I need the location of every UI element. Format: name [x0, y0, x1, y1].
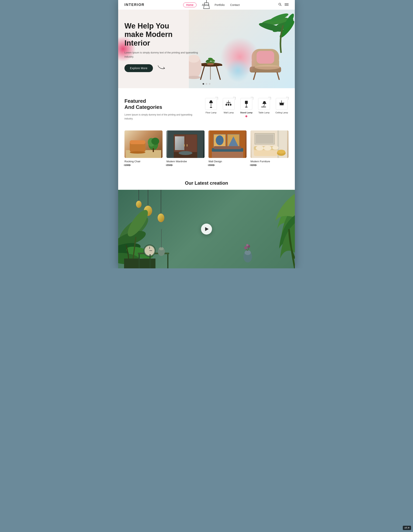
svg-point-78	[216, 135, 224, 145]
nav-contact-link[interactable]: Contact	[230, 3, 240, 7]
svg-line-42	[226, 102, 229, 104]
product-image-1	[124, 131, 163, 158]
svg-rect-94	[256, 134, 274, 143]
floor-lamp-icon-box	[205, 98, 217, 110]
dot-3[interactable]	[209, 83, 211, 85]
svg-rect-112	[150, 254, 151, 268]
stand-lamp-label: Stand Lamp	[240, 111, 253, 114]
svg-marker-36	[209, 100, 213, 103]
svg-rect-72	[184, 144, 185, 147]
brand-logo: INTERIOR	[124, 3, 145, 7]
svg-line-25	[216, 66, 220, 79]
svg-point-92	[277, 150, 285, 154]
svg-point-64	[151, 138, 159, 145]
svg-rect-71	[175, 136, 184, 150]
wall-lamp-label: Wall Lamp	[224, 111, 234, 114]
product-price-1: 130$	[124, 164, 163, 167]
menu-button[interactable]	[285, 3, 289, 7]
svg-rect-48	[245, 101, 248, 104]
svg-point-50	[245, 107, 248, 107]
product-card-4[interactable]: Modern Furniture 320$	[250, 131, 289, 167]
svg-point-35	[189, 76, 201, 79]
svg-point-47	[230, 104, 231, 106]
product-name-4: Modern Furniture	[250, 160, 289, 163]
nav-links: Home About Portfolio Contact	[183, 3, 240, 7]
svg-rect-55	[279, 103, 284, 103]
category-stand-lamp[interactable]: Stand Lamp	[239, 98, 253, 117]
products-grid: Rocking Chair 130$	[118, 126, 295, 174]
play-button[interactable]	[201, 224, 212, 235]
svg-rect-49	[246, 104, 247, 107]
product-card-2[interactable]: Modern Wardrobe 250$	[166, 131, 204, 167]
search-button[interactable]	[278, 3, 282, 7]
svg-line-19	[277, 73, 279, 79]
nav-icons	[278, 3, 289, 7]
svg-point-75	[179, 151, 192, 155]
svg-rect-53	[261, 107, 266, 107]
featured-desc: Lorem Ipsum is simply dummy text of the …	[124, 113, 196, 120]
active-indicator	[245, 115, 247, 117]
product-price-3: 200$	[209, 164, 247, 167]
svg-point-45	[226, 104, 227, 106]
product-name-3: Wall Design	[209, 160, 247, 163]
svg-line-119	[248, 248, 249, 251]
svg-line-44	[229, 102, 231, 104]
svg-rect-82	[214, 146, 241, 149]
svg-point-89	[264, 146, 271, 151]
svg-point-90	[272, 146, 279, 150]
hero-subtitle: Lorem Ipsum is simply dummy text of the …	[124, 51, 199, 59]
svg-point-114	[245, 250, 251, 255]
product-price-2: 250$	[166, 164, 204, 167]
svg-point-57	[279, 104, 284, 105]
featured-layout: Featured And Categories Lorem Ipsum is s…	[124, 98, 289, 121]
latest-title: Our Latest creation	[124, 180, 289, 186]
featured-right: Floor Lamp	[204, 98, 289, 120]
play-icon	[205, 227, 209, 231]
svg-rect-39	[228, 100, 229, 102]
explore-more-button[interactable]: Explore More	[124, 64, 153, 72]
video-section	[118, 190, 295, 268]
ceiling-lamp-label: Ceiling Lamp	[275, 111, 288, 114]
wall-lamp-icon-box	[223, 98, 235, 110]
stand-lamp-icon-box	[240, 98, 252, 110]
hero-content: We Help You make Modern Interior Lorem I…	[124, 22, 199, 72]
svg-rect-60	[130, 140, 146, 144]
svg-rect-73	[187, 144, 187, 147]
category-floor-lamp[interactable]: Floor Lamp	[204, 98, 218, 117]
product-card-1[interactable]: Rocking Chair 130$	[124, 131, 163, 167]
floor-lamp-label: Floor Lamp	[205, 111, 217, 114]
product-name-1: Rocking Chair	[124, 160, 163, 163]
latest-section: Our Latest creation	[118, 174, 295, 190]
svg-point-20	[255, 65, 280, 70]
svg-point-88	[256, 146, 264, 151]
navbar: INTERIOR Home About Portfolio Contact	[118, 0, 295, 10]
ceiling-lamp-icon-box	[276, 98, 288, 110]
nav-home-link[interactable]: Home	[183, 2, 196, 7]
product-image-2	[166, 131, 204, 158]
product-card-3[interactable]: Wall Design 200$	[209, 131, 247, 167]
svg-rect-32	[207, 63, 214, 65]
category-table-lamp[interactable]: Table Lamp	[257, 98, 271, 117]
dot-1[interactable]	[202, 83, 204, 85]
carousel-dots	[202, 83, 211, 85]
svg-point-117	[246, 244, 248, 246]
svg-point-38	[210, 107, 212, 108]
hero-image-area	[189, 10, 295, 88]
featured-left: Featured And Categories Lorem Ipsum is s…	[124, 98, 196, 121]
category-ceiling-lamp[interactable]: Ceiling Lamp	[275, 98, 289, 117]
arrow-decoration	[158, 65, 165, 72]
product-image-3	[209, 131, 247, 158]
lamp-decoration	[202, 0, 211, 10]
category-wall-lamp[interactable]: Wall Lamp	[222, 98, 236, 117]
table-lamp-icon-box	[258, 98, 270, 110]
dot-2[interactable]	[206, 83, 207, 85]
product-image-4	[250, 131, 289, 158]
nav-portfolio-link[interactable]: Portfolio	[215, 3, 225, 7]
featured-section: Featured And Categories Lorem Ipsum is s…	[118, 88, 295, 126]
hero-section: We Help You make Modern Interior Lorem I…	[118, 10, 295, 88]
svg-point-115	[244, 246, 247, 249]
svg-line-18	[254, 73, 256, 79]
svg-point-61	[130, 151, 146, 154]
blue-circle-decor	[226, 59, 250, 82]
svg-rect-110	[138, 254, 140, 268]
